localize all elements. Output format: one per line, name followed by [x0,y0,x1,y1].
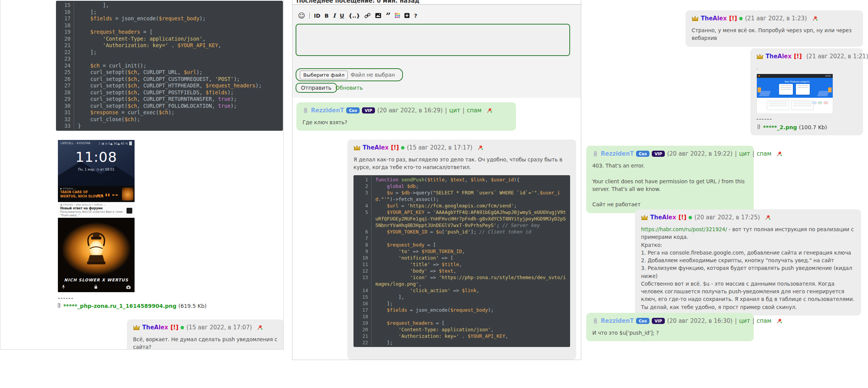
quote-link[interactable]: цит [739,150,750,157]
post-worked: TheAlex [!] (15 авг 2022, в 17:07) Всё, … [127,319,284,350]
vip-badge: VIP [652,318,665,324]
pin-icon[interactable] [477,145,483,151]
spam-link[interactable]: спам [757,317,772,324]
quote-icon[interactable]: ” [386,13,391,18]
code-braces-icon[interactable]: {..} [349,13,360,19]
attachment-filename[interactable]: *****_2.png [763,124,797,130]
code-line: 19 $request_headers = [ [56,29,283,36]
post-body: Всё, воркает. Не думал сделать push увед… [133,335,278,350]
image-icon[interactable] [375,13,381,18]
battery-icon [129,141,132,145]
warn-flag: [!] [171,324,179,331]
code-line: 18 [56,22,283,29]
middle-forum-panel: Последнее посещение: 0 мин. назад ☺ ID B… [292,0,581,360]
code-line: 30 curl_setopt($ch, CURLOPT_FOLLOWLOCATI… [56,103,283,110]
post-date: (21 авг 2022, в 1:23) [745,15,807,22]
attachment-row: *****_php-zona.ru_1_1614589904.png (619.… [57,302,207,309]
notification-body: Пользователь N011E ответил Вам в теме "P… [60,210,132,217]
post-date: (15 авг 2022, в 17:07) [186,324,252,331]
username-thealex[interactable]: TheAlex [142,324,168,331]
media-notification[interactable]: ▶ V.Fostes ⌄ TAKIN CARE OF WERTUS, NICH … [58,186,135,202]
pin-icon[interactable] [776,318,782,324]
post-body: Где ключ взять? [302,118,510,126]
code-line: 11 'title' => $title, [353,261,570,268]
crown-avatar-icon [641,215,648,220]
post-code-example: TheAlex [!] (15 авг 2022, в 17:17) Я дел… [347,140,576,360]
code-line: 7 [353,235,570,242]
pin-icon[interactable] [812,15,818,21]
mic-icon[interactable] [62,283,65,291]
post-habr: TheAlex [!] (20 авг 2022, в 17:25) https… [635,209,861,316]
pin-icon[interactable] [764,214,771,220]
link-icon[interactable] [364,12,371,19]
spam-link[interactable]: спам [467,107,482,114]
pin-icon[interactable] [486,107,492,113]
album-art-thumbnail [122,187,133,201]
underline-icon[interactable]: U [340,13,344,19]
code-line: 18 [353,313,570,320]
firebase-navbar [757,74,833,78]
refresh-link[interactable]: Обновить [335,85,363,91]
code-line: 9 'to' => $YOUR_TOKEN_ID, [353,248,570,255]
code-line: 32 curl_close($ch); [56,116,283,123]
quote-link[interactable]: цит [449,107,460,114]
code-line: 14 'click_action' => $link, [353,287,570,294]
soz-badge: Соз [636,318,649,324]
media-controls[interactable]: ◄◄ ▮▮ ►► [97,193,119,197]
id-tag-icon[interactable]: ID [314,13,321,19]
lock-icon [94,283,98,291]
username-rezzident[interactable]: RezzidenT [601,150,634,157]
habr-link[interactable]: https://habr.com/ru/post/321924/ [641,226,727,232]
code-line: 17 $fields = json_encode($request_body); [353,307,570,313]
spam-link[interactable]: спам [757,150,772,157]
username-thealex[interactable]: TheAlex [650,214,676,221]
chrome-notification[interactable]: ◉ Chrome • php-zona.ru • сейчас ⌄ Новый … [58,202,135,217]
username-rezzident[interactable]: RezzidenT [601,317,634,324]
emoji-icon[interactable]: ☺ [298,12,305,20]
help-icon[interactable]: ? [414,13,417,19]
post-date: (20 авг 2022, в 17:25) [694,214,760,221]
italic-icon[interactable]: I [333,12,335,19]
lantern-cover-image[interactable]: NICH SLOWER X WERTUS [58,218,135,292]
firebase-lower [757,98,833,113]
choose-file-button[interactable]: Выберите файл [300,71,348,79]
vip-badge: VIP [652,151,665,157]
attachment-filename[interactable]: *****_php-zona.ru_1_1614589904.png [63,303,176,309]
code-line: 22 ]; [56,49,283,56]
paperclip-icon [756,123,761,131]
lantern-illustration [82,231,110,270]
code-line: 31 $response = curl_exec($ch); [56,109,283,116]
code-line: 25 curl_setopt($ch, CURLOPT_URL, $url); [56,69,283,76]
pin-icon[interactable] [776,151,782,157]
firebase-screenshot-image[interactable]: Your Firebase projects [756,74,833,114]
bold-icon[interactable]: B [325,13,329,19]
post-body: Я делал как-то раз, выглядело это дело т… [353,156,570,171]
code-line: 13 'icon' => 'https://php-zona.ru/style/… [353,274,570,287]
add-icon[interactable] [404,13,410,18]
quote-link[interactable]: цит [739,317,750,324]
username-thealex[interactable]: TheAlex [701,15,727,22]
username-rezzident[interactable]: RezzidenT [311,107,344,114]
firebase-hero: Your Firebase projects [757,78,833,98]
reply-textarea[interactable] [296,24,570,56]
crown-avatar-icon [133,325,140,330]
notification-source: ◉ Chrome • php-zona.ru • сейчас ⌄ [60,203,132,206]
crown-avatar-icon [353,145,360,151]
username-thealex[interactable]: TheAlex [363,144,389,151]
warn-flag: [!] [679,214,687,221]
toolbar-separator [309,13,310,19]
code-line: 20 'Content-Type: application/json', [353,326,570,333]
camera-icon[interactable] [126,283,131,291]
online-dot [689,216,692,219]
pin-icon[interactable] [256,324,263,330]
last-visit-note: Последнее посещение: 0 мин. назад [296,0,419,4]
send-button[interactable]: Отправить [296,83,337,93]
username-thealex[interactable]: TheAlex [766,53,792,60]
robot-avatar-icon [302,107,309,113]
bbcode-grid-icon[interactable] [395,13,400,18]
phone-lockscreen-image[interactable]: LIFECELL – KYIVSTAR ᛒ ◑ ◷ G▲ 3G▲ 85 % 11… [58,140,135,217]
attachment-row: *****_2.png (100.7 Kb) [756,123,857,131]
code-line: 28 curl_setopt($ch, CURLOPT_POSTFIELDS, … [56,89,283,96]
post-date: (15 авг 2022, в 17:17) [407,144,472,151]
paperclip-icon [57,302,61,309]
